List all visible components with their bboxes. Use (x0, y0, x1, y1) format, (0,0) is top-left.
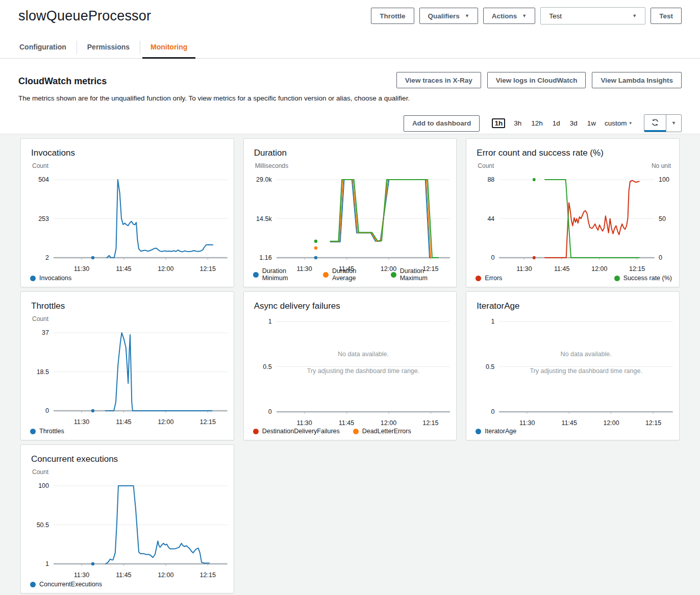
lambda-function-monitoring-page: slowQueueProcessor Throttle Qualifiers▼ … (0, 0, 700, 595)
plot-row: 10050.5111:3011:4512:0012:15 (30, 480, 228, 568)
x-tick-label: 11:45 (554, 265, 569, 272)
y-axis-ticks: 5042532 (30, 173, 54, 262)
view-traces-xray-label: View traces in X-Ray (405, 77, 472, 84)
y-tick-label: 50 (659, 215, 666, 222)
legend-swatch (353, 429, 359, 434)
time-range-1w[interactable]: 1w (586, 119, 597, 128)
legend-label: Duration Maximum (400, 267, 449, 282)
x-tick-label: 12:15 (200, 265, 216, 272)
legend-swatch (253, 272, 259, 278)
no-data-hint: Try adjusting the dashboard time range. (277, 367, 451, 375)
y-tick-label: 1 (491, 318, 494, 325)
time-range-1d[interactable]: 1d (552, 119, 561, 128)
page-header: slowQueueProcessor Throttle Qualifiers▼ … (0, 0, 700, 24)
right-axis-unit-label: No unit (652, 162, 671, 173)
view-lambda-insights-button[interactable]: View Lambda Insights (592, 72, 682, 88)
refresh-options-button[interactable]: ▼ (666, 115, 681, 132)
legend-swatch (476, 276, 481, 281)
charts-grid: InvocationsCount504253211:3011:4512:0012… (20, 138, 680, 593)
plot-async-delivery-failures: No data available.Try adjusting the dash… (277, 315, 451, 416)
test-button[interactable]: Test (651, 8, 682, 24)
y-axis-ticks: 10050.51 (30, 480, 54, 568)
plot-row: 3718.5011:3011:4512:0012:15 (30, 327, 228, 415)
legend-item-invocations: Invocations (30, 275, 71, 282)
y-axis-ticks: 29.0k14.5k1.16 (253, 173, 277, 262)
x-tick-label: 12:00 (158, 572, 173, 579)
tab-configuration[interactable]: Configuration (10, 37, 76, 58)
y-tick-label: 100 (38, 482, 49, 489)
add-to-dashboard-label: Add to dashboard (412, 119, 471, 127)
metrics-toolbar: Add to dashboard 1h 3h 12h 1d 3d 1w cust… (0, 114, 700, 134)
x-tick-label: 11:30 (74, 572, 89, 579)
add-to-dashboard-button[interactable]: Add to dashboard (404, 115, 480, 132)
chart-card-throttles: ThrottlesCount3718.5011:3011:4512:0012:1… (20, 291, 234, 440)
legend-item-duration-maximum: Duration Maximum (391, 267, 449, 282)
plot-canvas-duration (277, 173, 451, 262)
time-range-12h[interactable]: 12h (530, 119, 544, 128)
no-data-message: No data available. (277, 351, 451, 358)
plot-canvas-error-count-success-rate (499, 173, 655, 262)
x-tick-label: 12:00 (591, 265, 607, 272)
refresh-button[interactable] (644, 115, 666, 132)
y-tick-label: 29.0k (256, 176, 272, 183)
time-range-3h[interactable]: 3h (513, 119, 522, 128)
x-axis-ticks: 11:3011:4512:0012:15 (54, 262, 228, 270)
y-axis-ticks: 88440 (476, 173, 499, 262)
time-range-3d[interactable]: 3d (569, 119, 579, 128)
y-tick-label: 1.16 (259, 254, 271, 261)
axis-unit-row: Milliseconds (255, 162, 448, 173)
qualifiers-button[interactable]: Qualifiers▼ (419, 8, 478, 24)
test-event-select[interactable]: Test▼ (540, 7, 645, 24)
y-tick-label: 0.5 (263, 363, 271, 370)
time-range-1h[interactable]: 1h (492, 118, 505, 128)
x-tick-label: 11:45 (562, 419, 577, 427)
actions-button-label: Actions (492, 12, 517, 20)
series-line-errors (545, 181, 639, 258)
y-tick-label: 44 (487, 215, 494, 222)
plot-canvas-invocations (54, 173, 228, 262)
plot-invocations: 11:3011:4512:0012:15 (54, 173, 228, 262)
section-buttons: View traces in X-Ray View logs in CloudW… (396, 72, 682, 88)
no-data-message: No data available. (499, 351, 673, 358)
function-tabs: Configuration Permissions Monitoring (0, 37, 700, 59)
legend-item-duration-average: Duration Average (323, 267, 378, 282)
y-tick-label: 18.5 (37, 368, 49, 376)
plot-row: 29.0k14.5k1.1611:3011:4512:0012:15 (253, 173, 451, 262)
chart-title-concurrent-executions: Concurrent executions (31, 454, 228, 464)
header-actions: Throttle Qualifiers▼ Actions▼ Test▼ Test (371, 7, 682, 24)
y-axis-ticks: 10.50 (253, 315, 277, 416)
y-tick-label: 0 (659, 254, 662, 261)
legend-label: Throttles (39, 428, 64, 435)
legend-swatch (323, 272, 329, 278)
time-range-custom[interactable]: custom▾ (605, 119, 632, 127)
view-traces-xray-button[interactable]: View traces in X-Ray (396, 72, 481, 88)
x-tick-label: 12:00 (603, 419, 619, 427)
x-tick-label: 11:45 (116, 572, 131, 579)
y-tick-label: 0 (45, 407, 49, 414)
chart-title-throttles: Throttles (31, 301, 228, 311)
plot-concurrent-executions: 11:3011:4512:0012:15 (54, 480, 228, 568)
y-tick-label: 0 (491, 408, 494, 415)
throttle-button[interactable]: Throttle (371, 8, 414, 24)
legend-label: DestinationDeliveryFailures (262, 428, 340, 435)
plot-duration: 11:3011:4512:0012:15 (277, 173, 451, 262)
chart-card-error-count-success-rate: Error count and success rate (%)CountNo … (466, 138, 680, 287)
y-tick-label: 88 (487, 176, 494, 183)
tab-permissions[interactable]: Permissions (78, 37, 139, 58)
legend-swatch (30, 582, 36, 587)
plot-row: 10.50No data available.Try adjusting the… (253, 315, 451, 416)
y-tick-label: 1 (268, 318, 272, 325)
plot-canvas-concurrent-executions (54, 480, 228, 568)
legend-invocations: Invocations (30, 275, 227, 282)
chart-card-iterator-age: IteratorAge10.50No data available.Try ad… (466, 291, 680, 440)
y-tick-label: 504 (38, 176, 49, 183)
view-logs-cloudwatch-button[interactable]: View logs in CloudWatch (487, 72, 586, 88)
chart-card-duration: DurationMilliseconds29.0k14.5k1.1611:301… (243, 138, 457, 287)
actions-button[interactable]: Actions▼ (483, 8, 535, 24)
legend-item-iteratorage: IteratorAge (476, 428, 516, 435)
chevron-down-icon: ▼ (522, 14, 527, 18)
tab-monitoring[interactable]: Monitoring (141, 37, 196, 58)
x-tick-label: 11:30 (74, 265, 89, 272)
page-title: slowQueueProcessor (18, 8, 151, 24)
chart-title-invocations: Invocations (31, 148, 228, 158)
